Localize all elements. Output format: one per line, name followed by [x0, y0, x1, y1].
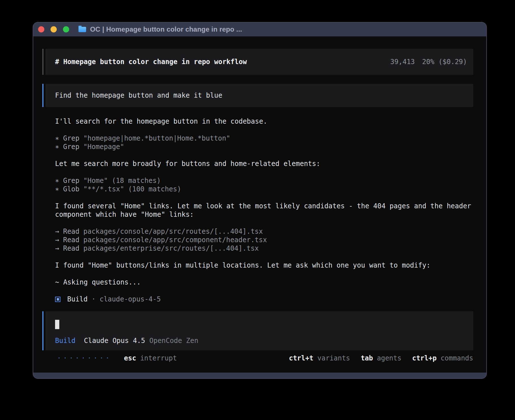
tool-name: Grep [63, 143, 79, 151]
tool-call: ∗ Grep "Homepage" [42, 143, 473, 151]
assistant-text: I'll search for the homepage button in t… [42, 117, 473, 126]
tool-name: Read [63, 236, 79, 244]
session-title: # Homepage button color change in repo w… [55, 58, 247, 66]
hint-key: ctrl+t [289, 354, 313, 362]
hint-label: variants [317, 354, 350, 362]
tool-call: ∗ Grep "homepage|home.*button|Home.*butt… [42, 134, 473, 143]
tool-call-group: ∗ Grep "homepage|home.*button|Home.*butt… [42, 134, 473, 151]
model-indicator[interactable]: Claude Opus 4.5 [84, 336, 145, 345]
token-count: 39,413 [390, 58, 415, 66]
tool-args: packages/console/app/src/component/heade… [83, 236, 267, 244]
session-stats: 39,413 20% ($0.29) [390, 58, 467, 66]
user-message-border [42, 84, 43, 107]
hint-label: agents [377, 354, 401, 362]
tool-args: packages/console/app/src/routes/[...404]… [83, 227, 263, 236]
hint-key: ctrl+p [412, 354, 437, 362]
agent-separator: · [91, 295, 95, 303]
hint-label: commands [440, 354, 473, 362]
text-cursor [55, 320, 59, 329]
mode-indicator[interactable]: Build [55, 336, 75, 345]
minimize-button[interactable] [51, 26, 57, 32]
close-button[interactable] [38, 26, 44, 32]
spinner-dots: ········· [57, 354, 112, 362]
hint-key: esc [124, 354, 136, 362]
tool-args: "**/*.tsx" [83, 185, 124, 193]
folder-icon [78, 27, 86, 32]
terminal-screen: # Homepage button color change in repo w… [33, 36, 486, 373]
assistant-text: I found "Home" buttons/links in multiple… [42, 261, 473, 270]
tool-name: Read [63, 244, 79, 253]
agent-name: Build [67, 295, 88, 303]
hint-agents: tab agents [361, 354, 401, 362]
tool-args: "Homepage" [83, 143, 124, 151]
tool-call: → Read packages/console/app/src/componen… [42, 236, 473, 244]
session-header-border [42, 49, 43, 75]
input-footer: Build Claude Opus 4.5 OpenCode Zen [55, 336, 467, 345]
agent-badge: Build · claude-opus-4-5 [42, 295, 473, 303]
assistant-text: I found several "Home" links. Let me loo… [42, 202, 473, 219]
tool-name: Grep [63, 134, 79, 143]
tool-call-group: → Read packages/console/app/src/routes/[… [42, 227, 473, 253]
hint-variants: ctrl+t variants [289, 354, 350, 362]
tool-args: "homepage|home.*button|Home.*button" [83, 134, 230, 143]
tool-call: ∗ Grep "Home" (18 matches) [42, 176, 473, 185]
session-header: # Homepage button color change in repo w… [42, 49, 473, 75]
tool-call-group: ∗ Grep "Home" (18 matches) ∗ Glob "**/*.… [42, 176, 473, 193]
tool-bullet-icon: ∗ [55, 176, 59, 185]
provider-indicator: OpenCode Zen [149, 336, 198, 345]
tool-result: (100 matches) [128, 185, 181, 193]
hint-commands: ctrl+p commands [412, 354, 473, 362]
user-message: Find the homepage button and make it blu… [42, 84, 473, 107]
tool-args: packages/enterprise/src/routes/[...404].… [83, 244, 259, 253]
tool-bullet-icon: ∗ [55, 143, 59, 151]
terminal-window: OC | Homepage button color change in rep… [33, 22, 487, 379]
tool-result: (18 matches) [112, 176, 161, 185]
zoom-button[interactable] [63, 26, 69, 32]
working-status: ~ Asking questions... [42, 278, 473, 286]
chat-content: # Homepage button color change in repo w… [42, 36, 473, 362]
titlebar: OC | Homepage button color change in rep… [33, 22, 486, 36]
context-cost: 20% ($0.29) [422, 58, 467, 66]
agent-model: claude-opus-4-5 [100, 295, 161, 303]
tool-call: ∗ Glob "**/*.tsx" (100 matches) [42, 185, 473, 193]
tool-name: Grep [63, 176, 79, 185]
agent-square-icon [55, 297, 60, 302]
tool-call: → Read packages/console/app/src/routes/[… [42, 227, 473, 236]
tool-bullet-icon: ∗ [55, 134, 59, 143]
arrow-right-icon: → [55, 244, 59, 253]
tool-name: Glob [63, 185, 79, 193]
prompt-input[interactable]: Build Claude Opus 4.5 OpenCode Zen [42, 311, 473, 350]
tool-bullet-icon: ∗ [55, 185, 59, 193]
tool-call: → Read packages/enterprise/src/routes/[.… [42, 244, 473, 253]
input-border [42, 311, 43, 350]
arrow-right-icon: → [55, 236, 59, 244]
user-message-text: Find the homepage button and make it blu… [45, 84, 473, 107]
arrow-right-icon: → [55, 227, 59, 236]
status-bar: ········· esc interrupt ctrl+t variants … [42, 354, 473, 362]
hint-interrupt: esc interrupt [124, 354, 177, 362]
window-title: OC | Homepage button color change in rep… [90, 25, 242, 33]
window-controls [38, 26, 69, 32]
tool-args: "Home" [83, 176, 108, 185]
assistant-text: Let me search more broadly for buttons a… [42, 159, 473, 168]
tool-name: Read [63, 227, 79, 236]
hint-key: tab [361, 354, 373, 362]
hint-label: interrupt [140, 354, 177, 362]
